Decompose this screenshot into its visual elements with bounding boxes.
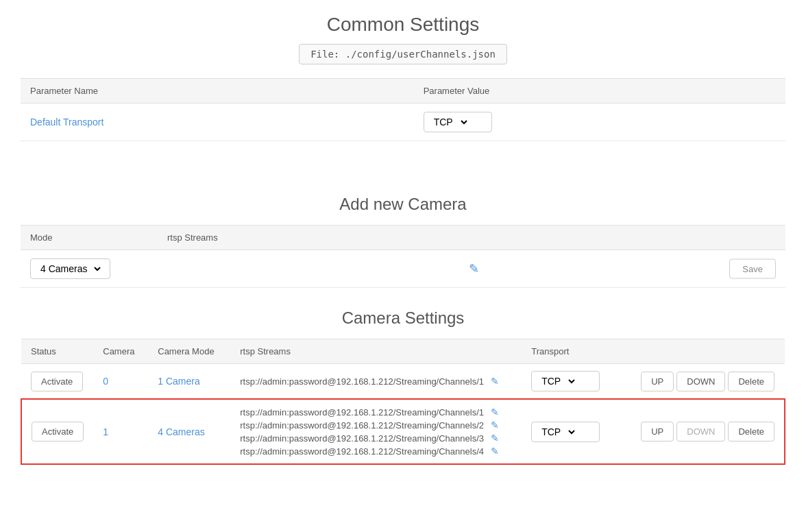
rtsp-edit-icon-2-2[interactable]: ✎ <box>491 420 499 431</box>
rtsp-line-2-1: rtsp://admin:password@192.168.1.212/Stre… <box>240 407 512 418</box>
rtsp-edit-icon-1-1[interactable]: ✎ <box>491 376 499 387</box>
camera-mode-cell-2: 4 Cameras <box>148 399 230 464</box>
camera-settings-table: Status Camera Camera Mode rtsp Streams T… <box>21 339 785 465</box>
transport-col-header: Transport <box>522 339 631 364</box>
camera-row-1: Activate 0 1 Camera rtsp://admin:passwor… <box>21 364 785 400</box>
default-transport-value-cell: TCP UDP <box>414 104 785 141</box>
transport-select-2[interactable]: TCP UDP <box>539 426 577 438</box>
camera-num-cell-2: 1 <box>93 399 148 464</box>
default-transport-row: Default Transport TCP UDP <box>21 104 785 141</box>
rtsp-streams-container-2: rtsp://admin:password@192.168.1.212/Stre… <box>240 407 512 457</box>
up-button-1[interactable]: UP <box>641 372 674 391</box>
rtsp-edit-icon-2-1[interactable]: ✎ <box>491 407 499 418</box>
save-button[interactable]: Save <box>729 259 776 279</box>
rtsp-edit-icon-2-4[interactable]: ✎ <box>491 446 499 457</box>
rtsp-edit-icon-2-3[interactable]: ✎ <box>491 433 499 444</box>
delete-button-2[interactable]: Delete <box>728 422 774 442</box>
action-buttons-1: UP DOWN Delete <box>641 372 775 391</box>
camera-count-select-wrapper[interactable]: 1 Camera 2 Cameras 3 Cameras 4 Cameras <box>30 258 110 279</box>
rtsp-line-1-1: rtsp://admin:password@192.168.1.212/Stre… <box>240 376 512 387</box>
transport-cell-1: TCP UDP <box>522 364 631 400</box>
action-cell-2: UP DOWN Delete <box>631 399 785 464</box>
default-transport-link[interactable]: Default Transport <box>30 117 103 128</box>
camera-select-cell: 1 Camera 2 Cameras 3 Cameras 4 Cameras <box>21 250 158 288</box>
rtsp-line-2-2: rtsp://admin:password@192.168.1.212/Stre… <box>240 420 512 431</box>
up-button-2[interactable]: UP <box>641 422 674 442</box>
rtsp-streams-container-1: rtsp://admin:password@192.168.1.212/Stre… <box>240 376 512 387</box>
down-button-1[interactable]: DOWN <box>676 372 725 391</box>
camera-row-2: Activate 1 4 Cameras rtsp://admin:passwo… <box>21 399 785 464</box>
add-camera-edit-icon[interactable]: ✎ <box>469 262 479 276</box>
status-header: Status <box>21 339 93 364</box>
rtsp-url-2-1: rtsp://admin:password@192.168.1.212/Stre… <box>240 407 484 418</box>
activate-button-1[interactable]: Activate <box>31 372 83 391</box>
camera-count-select[interactable]: 1 Camera 2 Cameras 3 Cameras 4 Cameras <box>38 263 103 275</box>
camera-mode-link-2[interactable]: 4 Cameras <box>158 426 204 437</box>
rtsp-url-2-3: rtsp://admin:password@192.168.1.212/Stre… <box>240 433 484 444</box>
rtsp-url-2-4: rtsp://admin:password@192.168.1.212/Stre… <box>240 446 484 457</box>
common-settings-header-row: Parameter Name Parameter Value <box>21 79 785 104</box>
camera-settings-title: Camera Settings <box>21 309 785 328</box>
spacer-1 <box>21 147 785 174</box>
transport-cell-2: TCP UDP <box>522 399 631 464</box>
action-buttons-2: UP DOWN Delete <box>641 422 774 442</box>
file-badge: File: ./config/userChannels.json <box>299 44 507 64</box>
transport-select-1[interactable]: TCP UDP <box>539 375 577 387</box>
camera-mode-header: Camera Mode <box>148 339 230 364</box>
delete-button-1[interactable]: Delete <box>728 372 774 391</box>
activate-cell-2: Activate <box>21 399 93 464</box>
camera-header: Camera <box>93 339 148 364</box>
action-cell-1: UP DOWN Delete <box>631 364 785 400</box>
camera-num-badge-2: 1 <box>103 426 108 437</box>
add-camera-row: 1 Camera 2 Cameras 3 Cameras 4 Cameras ✎… <box>21 250 785 288</box>
rtsp-streams-header: rtsp Streams <box>158 226 785 250</box>
rtsp-cell-1: rtsp://admin:password@192.168.1.212/Stre… <box>230 364 522 400</box>
rtsp-edit-cell: ✎ Save <box>158 250 785 288</box>
add-camera-header-row: Mode rtsp Streams <box>21 226 785 250</box>
page-title: Common Settings <box>21 14 785 36</box>
camera-mode-link-1[interactable]: 1 Camera <box>158 376 199 387</box>
transport-select-wrapper[interactable]: TCP UDP <box>424 112 492 132</box>
rtsp-line-2-3: rtsp://admin:password@192.168.1.212/Stre… <box>240 433 512 444</box>
rtsp-url-1-1: rtsp://admin:password@192.168.1.212/Stre… <box>240 376 484 387</box>
down-button-2[interactable]: DOWN <box>676 422 725 442</box>
activate-cell-1: Activate <box>21 364 93 400</box>
transport-select-wrapper-1[interactable]: TCP UDP <box>531 371 600 391</box>
actions-header <box>631 339 785 364</box>
add-camera-table: Mode rtsp Streams 1 Camera 2 Cameras 3 C… <box>21 225 785 288</box>
common-settings-table: Parameter Name Parameter Value Default T… <box>21 78 785 141</box>
transport-select-wrapper-2[interactable]: TCP UDP <box>531 422 600 442</box>
default-transport-label: Default Transport <box>21 104 414 141</box>
transport-select[interactable]: TCP UDP <box>431 116 469 128</box>
rtsp-streams-col-header: rtsp Streams <box>230 339 522 364</box>
camera-num-cell-1: 0 <box>93 364 148 400</box>
rtsp-url-2-2: rtsp://admin:password@192.168.1.212/Stre… <box>240 420 484 431</box>
camera-num-badge-1: 0 <box>103 376 108 387</box>
camera-settings-section: Camera Settings Status Camera Camera Mod… <box>21 309 785 465</box>
rtsp-cell-2: rtsp://admin:password@192.168.1.212/Stre… <box>230 399 522 464</box>
param-name-header: Parameter Name <box>21 79 414 104</box>
rtsp-line-2-4: rtsp://admin:password@192.168.1.212/Stre… <box>240 446 512 457</box>
param-value-header: Parameter Value <box>414 79 785 104</box>
camera-mode-cell-1: 1 Camera <box>148 364 230 400</box>
mode-header: Mode <box>21 226 158 250</box>
activate-button-2[interactable]: Activate <box>32 422 84 442</box>
camera-settings-header-row: Status Camera Camera Mode rtsp Streams T… <box>21 339 785 364</box>
add-camera-title: Add new Camera <box>21 195 785 214</box>
